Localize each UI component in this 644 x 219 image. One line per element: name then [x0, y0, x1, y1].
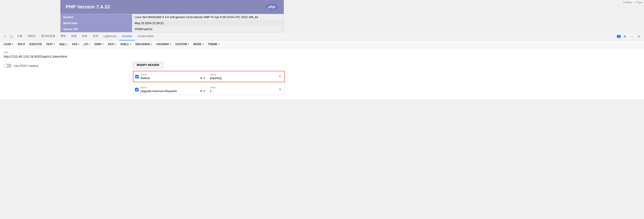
- table-row: Build Date May 23 2024 12:29:22: [60, 20, 284, 26]
- header-row-1-value-group: Value: [210, 73, 276, 80]
- tab-hackbar[interactable]: HackBar: [119, 32, 135, 40]
- header-row-1-close-btn[interactable]: ✕: [277, 74, 283, 79]
- sqli-button[interactable]: SQLI ▼: [58, 42, 70, 47]
- table-row: System Linux 9ec783252db5 5.4.0-109-gene…: [60, 14, 284, 20]
- header-row-1-name-input-row: ▼: [140, 76, 206, 80]
- header-row-2-name-input-row: ▼: [140, 89, 206, 93]
- header-row-1-name-select[interactable]: ▼: [199, 76, 206, 80]
- theme-arrow-icon: ▼: [218, 43, 220, 45]
- cursor-icon-btn[interactable]: ⊹: [2, 33, 8, 40]
- post-method-label: Use POST method: [14, 64, 38, 68]
- post-method-toggle[interactable]: [4, 64, 12, 68]
- table-key: System: [60, 14, 132, 20]
- header-row-1-name-group: Name ▼: [140, 73, 206, 80]
- table-row: Server API FPM/FastCGI: [60, 26, 284, 32]
- encoding-arrow-icon: ▼: [150, 43, 152, 45]
- close-devtools-btn[interactable]: ✕: [636, 33, 642, 40]
- test-button[interactable]: TEST ▼: [44, 42, 57, 47]
- header-row-1-checkbox[interactable]: [135, 75, 139, 78]
- devtools-tabbar-right: 1 ⚙ ⋮ ✕: [617, 33, 642, 40]
- tab-lighthouse[interactable]: Lighthouse: [101, 32, 119, 40]
- tab-performance[interactable]: 性能: [68, 32, 79, 40]
- device-icon-btn[interactable]: ⬜: [8, 33, 14, 40]
- devtools-tabbar: ⊹ ⬜ 元素 控制台 源代码/来源 网络 性能 内存 应用 Lighthouse…: [0, 32, 644, 40]
- header-row-1-fields: Name ▼ Value: [140, 73, 276, 80]
- tab-console[interactable]: 控制台: [25, 32, 38, 40]
- field-divider-1: [208, 73, 208, 80]
- header-row-2-close-btn[interactable]: ✕: [278, 87, 283, 92]
- header-row-2-name-select[interactable]: ▼: [199, 89, 206, 93]
- header-row-2-value-input[interactable]: [210, 89, 276, 93]
- mode-button[interactable]: MODE ▼: [192, 42, 206, 47]
- xss-button[interactable]: XSS ▼: [70, 42, 82, 47]
- ssrf-button[interactable]: SSRF ▼: [92, 42, 106, 47]
- header-row-2-value-group: Value: [210, 86, 276, 93]
- header-row-1-name-input[interactable]: [140, 76, 198, 80]
- tab-network[interactable]: 网络: [58, 32, 68, 40]
- xss-arrow-icon: ▼: [78, 43, 80, 45]
- php-banner: PHP Version 7.4.33 php: [60, 0, 284, 14]
- content-row: Use POST method MODIFY HEADER Name ▼: [4, 62, 640, 97]
- post-method-row: Use POST method: [4, 62, 38, 68]
- php-info-table: System Linux 9ec783252db5 5.4.0-109-gene…: [60, 14, 284, 32]
- php-logo: php: [265, 3, 278, 11]
- sqli-arrow-icon: ▼: [66, 43, 68, 45]
- url-label: URL: [4, 51, 640, 54]
- shell-button[interactable]: SHELL ▼: [119, 42, 134, 47]
- hackbar-toolbar: LOAD ▼ SPLIT EXECUTE TEST ▼ SQLI ▼ XSS ▼…: [0, 40, 644, 48]
- load-button[interactable]: LOAD ▼: [2, 42, 16, 47]
- header-row-2-name-group: Name ▼: [140, 86, 206, 93]
- custom-button[interactable]: CUSTOM ▼: [174, 42, 191, 47]
- php-version-title: PHP Version 7.4.33: [66, 4, 110, 10]
- table-value: May 23 2024 12:29:22: [132, 20, 284, 26]
- execute-button[interactable]: EXECUTE: [28, 42, 44, 47]
- shell-arrow-icon: ▼: [130, 43, 132, 45]
- mode-arrow-icon: ▼: [202, 43, 204, 45]
- tab-cookie-editor[interactable]: Cookie-Editor: [135, 32, 157, 40]
- hackbar-content: URL http://120.48.128.24:8002/api/v1.tok…: [0, 48, 644, 100]
- lfi-button[interactable]: LFI ▼: [82, 42, 92, 47]
- tab-application[interactable]: 应用: [90, 32, 101, 40]
- header-row-2-name-input[interactable]: [140, 90, 198, 93]
- header-value-label-2: Value: [210, 86, 276, 89]
- dimension-indicator: 1443px × 172px: [623, 1, 642, 4]
- header-name-label-1: Name: [140, 73, 206, 76]
- notification-badge: 1: [617, 35, 621, 38]
- theme-button[interactable]: THEME ▼: [206, 42, 222, 47]
- ssti-button[interactable]: SSTI ▼: [106, 42, 118, 47]
- more-options-icon-btn[interactable]: ⋮: [629, 33, 635, 40]
- modify-header-section: MODIFY HEADER Name ▼: [133, 62, 285, 97]
- svg-text:php: php: [268, 5, 275, 9]
- header-name-label-2: Name: [140, 86, 206, 89]
- hashing-arrow-icon: ▼: [170, 43, 172, 45]
- tab-elements[interactable]: 元素: [14, 32, 25, 40]
- header-row-1-value-input[interactable]: [210, 76, 276, 80]
- header-value-label-1: Value: [210, 73, 276, 76]
- header-row-2-fields: Name ▼ Value: [140, 86, 276, 93]
- ssrf-arrow-icon: ▼: [102, 43, 104, 45]
- test-arrow-icon: ▼: [53, 43, 55, 45]
- table-key: Build Date: [60, 20, 132, 26]
- tab-sources[interactable]: 源代码/来源: [38, 32, 58, 40]
- encoding-button[interactable]: ENCODING ▼: [134, 42, 154, 47]
- lfi-arrow-icon: ▼: [88, 43, 90, 45]
- settings-icon-btn[interactable]: ⚙: [622, 33, 628, 40]
- field-divider-2: [208, 86, 208, 93]
- table-value: FPM/FastCGI: [132, 26, 284, 32]
- ssti-arrow-icon: ▼: [114, 43, 116, 45]
- table-value: Linux 9ec783252db5 5.4.0-109-generic #12…: [132, 14, 284, 20]
- url-section: URL http://120.48.128.24:8002/api/v1.tok…: [4, 51, 640, 58]
- split-button[interactable]: SPLIT: [16, 42, 27, 47]
- custom-arrow-icon: ▼: [187, 43, 189, 45]
- hashing-button[interactable]: HASHING ▼: [155, 42, 173, 47]
- tab-memory[interactable]: 内存: [79, 32, 90, 40]
- url-value: http://120.48.128.24:8002/api/v1.token/t…: [4, 54, 640, 58]
- header-row-2-checkbox[interactable]: [135, 88, 138, 92]
- load-arrow-icon: ▼: [12, 43, 14, 45]
- table-key: Server API: [60, 26, 132, 32]
- header-row-2: Name ▼ Value ✕: [133, 84, 285, 95]
- modify-header-button[interactable]: MODIFY HEADER: [133, 62, 163, 68]
- header-row-1: Name ▼ Value ✕: [133, 71, 285, 82]
